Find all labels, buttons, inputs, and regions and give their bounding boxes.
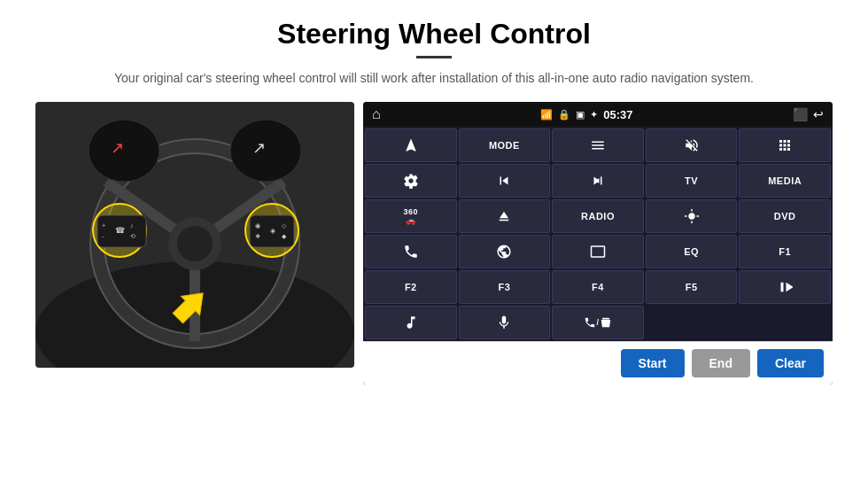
f2-btn[interactable]: F2 [365, 270, 457, 304]
back-icon[interactable]: ⬛ [793, 107, 808, 121]
f1-btn[interactable]: F1 [739, 235, 831, 268]
lock-icon: 🔒 [558, 109, 570, 120]
status-time: 05:37 [603, 108, 632, 121]
mute-btn[interactable] [646, 128, 738, 162]
svg-text:❖: ❖ [255, 233, 260, 239]
f4-btn[interactable]: F4 [552, 270, 644, 304]
button-grid: MODE TV [363, 127, 833, 341]
page-title: Steering Wheel Control [35, 18, 833, 51]
svg-point-23 [89, 120, 159, 182]
eject-btn[interactable] [459, 199, 551, 233]
page: Steering Wheel Control Your original car… [0, 0, 868, 482]
svg-text:↗: ↗ [111, 139, 124, 157]
cam360-btn[interactable]: 360🚗 [365, 199, 457, 233]
bottom-bar: Start End Clear [363, 341, 833, 385]
tv-btn[interactable]: TV [646, 164, 738, 198]
apps-btn[interactable] [739, 128, 831, 162]
end-button[interactable]: End [692, 349, 750, 377]
subtitle: Your original car's steering wheel contr… [35, 69, 833, 88]
svg-point-8 [177, 226, 213, 261]
status-bar: ⌂ 📶 🔒 ▣ ✦ 05:37 ⬛ ↩ [363, 102, 833, 127]
list-btn[interactable] [552, 128, 644, 162]
status-icons: 📶 🔒 ▣ ✦ 05:37 [540, 108, 632, 121]
svg-point-24 [230, 120, 301, 182]
radio-btn[interactable]: RADIO [552, 199, 644, 233]
phone-btn[interactable] [365, 235, 457, 268]
sd-icon: ▣ [576, 109, 585, 120]
eq-btn[interactable]: EQ [646, 235, 738, 268]
navigate-btn[interactable] [365, 128, 457, 162]
return-icon[interactable]: ↩ [813, 107, 824, 121]
empty-btn-1 [646, 306, 738, 339]
start-button[interactable]: Start [621, 349, 685, 377]
home-icon[interactable]: ⌂ [372, 106, 381, 122]
next-btn[interactable] [552, 164, 644, 198]
svg-text:+: + [102, 222, 105, 229]
svg-text:↗: ↗ [252, 139, 266, 157]
screen-btn[interactable] [552, 235, 644, 268]
f3-btn[interactable]: F3 [459, 270, 551, 304]
media-btn[interactable]: MEDIA [739, 164, 831, 198]
svg-text:◉: ◉ [255, 222, 260, 229]
mode-btn[interactable]: MODE [459, 128, 551, 162]
svg-text:◈: ◈ [270, 227, 276, 235]
status-right: ⬛ ↩ [793, 107, 824, 121]
f5-btn[interactable]: F5 [646, 270, 738, 304]
content-row: + - ☎ ♪ ⟲ ◉ ❖ ◈ ◇ ◆ [35, 102, 833, 385]
wifi-icon: 📶 [540, 109, 553, 120]
svg-text:☎: ☎ [115, 226, 125, 235]
browser-btn[interactable] [459, 235, 551, 268]
phone-toggle-btn[interactable]: / [552, 306, 644, 339]
bluetooth-icon: ✦ [590, 109, 598, 120]
dvd-btn[interactable]: DVD [739, 199, 831, 233]
brightness-btn[interactable] [646, 199, 738, 233]
svg-text:♪: ♪ [130, 222, 134, 229]
mic-btn[interactable] [459, 306, 551, 339]
settings-btn[interactable] [365, 164, 457, 198]
steering-wheel-image: + - ☎ ♪ ⟲ ◉ ❖ ◈ ◇ ◆ [35, 102, 354, 368]
empty-btn-2 [739, 306, 831, 339]
play-pause-btn[interactable] [739, 270, 831, 304]
music-btn[interactable] [365, 306, 457, 339]
control-panel: ⌂ 📶 🔒 ▣ ✦ 05:37 ⬛ ↩ MODE [363, 102, 833, 385]
clear-button[interactable]: Clear [757, 349, 824, 377]
svg-text:⟲: ⟲ [130, 233, 136, 239]
prev-btn[interactable] [459, 164, 551, 198]
title-divider [416, 56, 452, 58]
